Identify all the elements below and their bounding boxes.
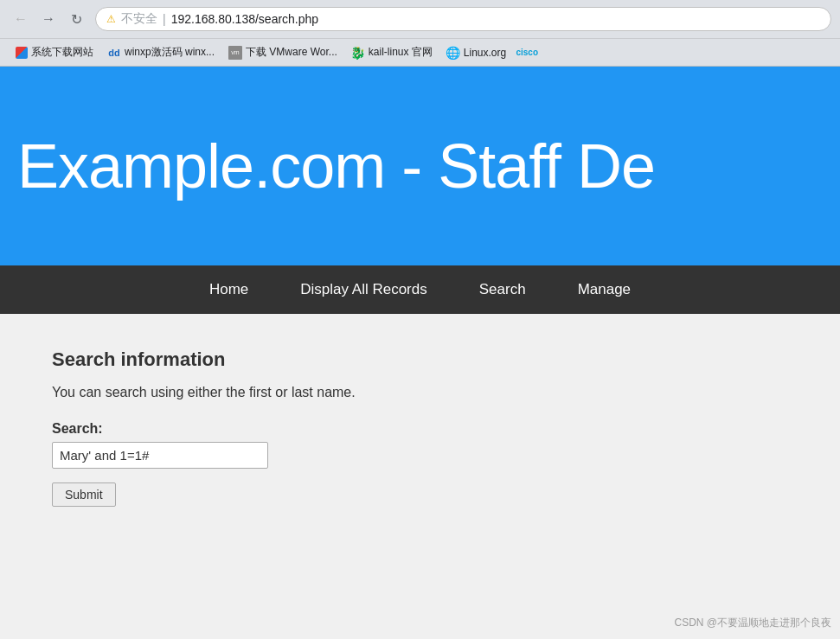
hero-banner: Example.com - Staff De xyxy=(0,67,840,265)
nav-link-manage[interactable]: Manage xyxy=(552,265,657,314)
bookmark-favicon-2: dd xyxy=(107,46,121,60)
address-bar[interactable]: ⚠ 不安全 | 192.168.80.138/search.php xyxy=(95,7,831,31)
url-separator: | xyxy=(163,12,166,26)
reload-button[interactable]: ↻ xyxy=(64,7,88,31)
main-content: Search information You can search using … xyxy=(0,314,840,608)
watermark: CSDN @不要温顺地走进那个良夜 xyxy=(674,616,831,630)
nav-link-home[interactable]: Home xyxy=(183,265,274,314)
form-group-search: Search: xyxy=(52,421,571,469)
bookmark-favicon-6: cisco xyxy=(520,46,534,60)
bookmark-item-5[interactable]: 🌐 Linux.org xyxy=(439,43,513,62)
section-title: Search information xyxy=(52,348,571,371)
address-separator: 不安全 xyxy=(121,11,157,27)
bookmark-item-6[interactable]: cisco xyxy=(513,43,541,62)
bookmark-label-4: kail-linux 官网 xyxy=(369,45,433,60)
bookmark-label-1: 系统下载网站 xyxy=(31,45,93,60)
bookmark-label-3: 下载 VMware Wor... xyxy=(246,45,337,60)
nav-list: Home Display All Records Search Manage xyxy=(0,265,840,314)
url-text: 192.168.80.138/search.php xyxy=(171,12,820,26)
bookmark-item-3[interactable]: vm 下载 VMware Wor... xyxy=(221,42,344,62)
page-content: Example.com - Staff De Home Display All … xyxy=(0,67,840,608)
security-icon: ⚠ xyxy=(106,13,116,25)
bookmark-item-2[interactable]: dd winxp激活码 winx... xyxy=(100,42,221,62)
search-label: Search: xyxy=(52,421,571,437)
nav-buttons: ← → ↻ xyxy=(9,7,88,31)
section-description: You can search using either the first or… xyxy=(52,385,571,400)
nav-link-search[interactable]: Search xyxy=(453,265,552,314)
bookmark-favicon-1 xyxy=(16,47,28,59)
hero-title: Example.com - Staff De xyxy=(17,131,655,201)
bookmark-favicon-3: vm xyxy=(228,46,242,60)
nav-item-manage[interactable]: Manage xyxy=(552,265,657,314)
bookmark-item[interactable]: 系统下载网站 xyxy=(9,42,100,62)
nav-item-home[interactable]: Home xyxy=(183,265,274,314)
main-nav: Home Display All Records Search Manage xyxy=(0,265,840,314)
forward-button[interactable]: → xyxy=(36,7,61,31)
search-form: Search: Submit xyxy=(52,421,571,507)
bookmark-label-2: winxp激活码 winx... xyxy=(125,45,215,60)
submit-button[interactable]: Submit xyxy=(52,482,116,507)
nav-link-display-all[interactable]: Display All Records xyxy=(274,265,452,314)
bookmark-label-5: Linux.org xyxy=(464,47,506,59)
bookmark-favicon-5: 🌐 xyxy=(446,46,460,60)
search-input[interactable] xyxy=(52,442,268,469)
bookmarks-bar: 系统下载网站 dd winxp激活码 winx... vm 下载 VMware … xyxy=(0,38,840,66)
browser-toolbar: ← → ↻ ⚠ 不安全 | 192.168.80.138/search.php xyxy=(0,0,840,38)
browser-chrome: ← → ↻ ⚠ 不安全 | 192.168.80.138/search.php … xyxy=(0,0,840,67)
bookmark-item-4[interactable]: 🐉 kail-linux 官网 xyxy=(344,42,439,62)
nav-item-search[interactable]: Search xyxy=(453,265,552,314)
bookmark-favicon-4: 🐉 xyxy=(351,46,365,60)
nav-item-display-all[interactable]: Display All Records xyxy=(274,265,452,314)
back-button[interactable]: ← xyxy=(9,7,33,31)
search-section: Search information You can search using … xyxy=(52,348,571,507)
